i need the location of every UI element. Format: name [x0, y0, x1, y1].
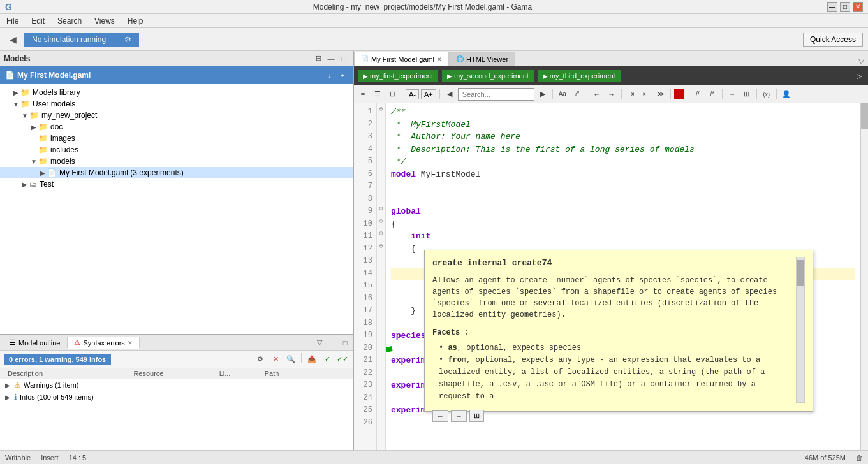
tree-item-models[interactable]: ▼ 📁 models	[0, 156, 353, 167]
toggle-my-new-project[interactable]: ▼	[20, 112, 29, 119]
menu-views[interactable]: Views	[91, 15, 119, 27]
close-button[interactable]: ✕	[853, 2, 863, 12]
experiment-my-first-button[interactable]: ▶ my_first_experiment	[358, 70, 438, 82]
tree-item-models-library[interactable]: ▶ 📁 Models library	[0, 87, 353, 98]
extra-btn[interactable]: ≫	[654, 88, 667, 101]
tooltip-back-btn[interactable]: ←	[432, 410, 448, 422]
code-content[interactable]: /** * MyFirstModel * Author: Your name h…	[386, 103, 860, 450]
menu-help[interactable]: Help	[124, 15, 147, 27]
comment-2-btn[interactable]: /*	[706, 88, 719, 101]
tooltip-open-btn[interactable]: ⊞	[469, 410, 484, 422]
font-increase-button[interactable]: A+	[421, 89, 436, 99]
experiment-my-second-button[interactable]: ▶ my_second_experiment	[442, 70, 534, 82]
editor-scrollbar[interactable]	[860, 103, 868, 450]
menu-search[interactable]: Search	[54, 15, 85, 27]
tab-html-viewer[interactable]: 🌐 HTML Viewer	[449, 52, 515, 66]
col-line: Li...	[217, 370, 262, 377]
kw-model: model	[391, 168, 416, 181]
fold-22	[377, 365, 385, 377]
menu-file[interactable]: File	[3, 15, 22, 27]
nav-fwd-button[interactable]: →	[605, 88, 618, 101]
tab-close-icon[interactable]: ✕	[128, 340, 133, 346]
list-icon-3[interactable]: ⊟	[386, 88, 399, 101]
fold-12[interactable]: ⊖	[377, 240, 385, 253]
case-sensitive-button[interactable]: Aa	[556, 88, 569, 101]
tree-label-test: Test	[40, 180, 54, 189]
toggle-test[interactable]: ▶	[20, 181, 29, 188]
red-btn[interactable]	[674, 89, 684, 99]
editor-tab-menu[interactable]: ▽	[855, 57, 868, 66]
nav-back-button[interactable]: ←	[591, 88, 603, 101]
list-icon-1[interactable]: ≡	[357, 88, 369, 101]
word-button[interactable]: 𝑖⁰	[571, 88, 584, 101]
user-btn[interactable]: 👤	[780, 88, 793, 101]
tooltip-fwd-btn[interactable]: →	[451, 410, 467, 422]
prev-button[interactable]: ◀	[443, 88, 456, 101]
explorer-header-icons: ⊟ — □	[313, 54, 349, 64]
tree-item-my-new-project[interactable]: ▼ 📁 my_new_project	[0, 110, 353, 121]
fold-11[interactable]: ⊖	[377, 228, 385, 240]
explorer-pane: Models ⊟ — □ 📄 My First Model.gaml ↓ +	[0, 51, 353, 335]
model-file-icon: 📄	[5, 71, 15, 80]
tab-my-first-model-close[interactable]: ✕	[437, 56, 442, 62]
quick-access-button[interactable]: Quick Access	[803, 33, 863, 47]
indent-more-button[interactable]: ⇥	[625, 88, 638, 101]
bottom-panel-maximize[interactable]: □	[340, 338, 350, 348]
indent-less-button[interactable]: ⇤	[640, 88, 652, 101]
exp-third-label: my_third_experiment	[550, 72, 615, 80]
export-button[interactable]: 📤	[305, 353, 318, 366]
minimize-pane-button[interactable]: —	[326, 54, 336, 64]
toggle-first-model[interactable]: ▶	[38, 170, 47, 177]
expand-warnings-btn[interactable]: ▶	[5, 382, 14, 389]
bottom-panel-minimize[interactable]: —	[327, 338, 337, 348]
trash-icon[interactable]: 🗑	[856, 454, 863, 461]
download-icon[interactable]: ↓	[325, 70, 335, 80]
template-btn[interactable]: ⊞	[740, 88, 753, 101]
toggle-models[interactable]: ▼	[29, 158, 38, 165]
tree-item-test[interactable]: ▶ 🗂 Test	[0, 178, 353, 190]
bottom-panel-menu[interactable]: ▽	[314, 338, 325, 348]
experiment-bar-menu[interactable]: ▷	[854, 71, 864, 81]
next-button[interactable]: ▶	[536, 88, 549, 101]
search-input[interactable]	[458, 88, 534, 101]
fold-21	[377, 352, 385, 365]
tab-my-first-model[interactable]: 📄 My First Model.gaml ✕	[354, 52, 449, 66]
experiment-my-third-button[interactable]: ▶ my_third_experiment	[538, 70, 621, 82]
tree-item-doc[interactable]: ▶ 📁 doc	[0, 121, 353, 133]
add-icon[interactable]: +	[337, 70, 348, 80]
fold-10[interactable]: ⊖	[377, 215, 385, 228]
toggle-models-library[interactable]: ▶	[11, 89, 20, 96]
run-simulation-button[interactable]: No simulation running ⚙	[24, 33, 139, 47]
maximize-pane-button[interactable]: □	[339, 54, 349, 64]
fold-1[interactable]: ⊖	[377, 103, 385, 116]
collapse-all-button[interactable]: ⊟	[313, 54, 323, 64]
table-row-warnings[interactable]: ▶ ⚠ Warnings (1 item)	[0, 379, 353, 391]
menu-edit[interactable]: Edit	[27, 15, 48, 27]
fold-9[interactable]: ⊖	[377, 203, 385, 215]
expand-infos-btn[interactable]: ▶	[5, 394, 14, 401]
tree-item-includes[interactable]: ▶ 📁 includes	[0, 144, 353, 156]
table-row-infos[interactable]: ▶ ℹ Infos (100 of 549 items)	[0, 391, 353, 403]
tree-item-user-models[interactable]: ▼ 📁 User models	[0, 98, 353, 110]
var-btn[interactable]: (x)	[760, 88, 773, 101]
toggle-doc[interactable]: ▶	[29, 124, 38, 131]
tab-model-outline[interactable]: ☰ Model outline	[3, 337, 67, 349]
font-decrease-button[interactable]: A-	[406, 89, 419, 99]
back-button[interactable]: ◀	[5, 32, 20, 47]
delete-button[interactable]: ✕	[269, 353, 282, 366]
check-all-button[interactable]: ✓✓	[336, 353, 349, 366]
tree-item-images[interactable]: ▶ 📁 images	[0, 133, 353, 144]
tab-syntax-errors[interactable]: ⚠ Syntax errors ✕	[67, 337, 139, 349]
comment-1-btn[interactable]: //	[691, 88, 704, 101]
check-button[interactable]: ✓	[321, 353, 334, 366]
refresh-button[interactable]: 🔍	[284, 353, 297, 366]
tree-item-first-model[interactable]: ▶ 📄 My First Model.gaml (3 experiments)	[0, 167, 353, 178]
fold-13	[377, 252, 385, 265]
minimize-button[interactable]: —	[827, 2, 837, 12]
app-logo: G	[5, 2, 18, 12]
maximize-button[interactable]: □	[840, 2, 850, 12]
toggle-user-models[interactable]: ▼	[11, 101, 20, 108]
filter-button[interactable]: ⚙	[254, 353, 267, 366]
list-icon-2[interactable]: ☰	[371, 88, 384, 101]
arrow-btn[interactable]: →	[726, 88, 739, 101]
